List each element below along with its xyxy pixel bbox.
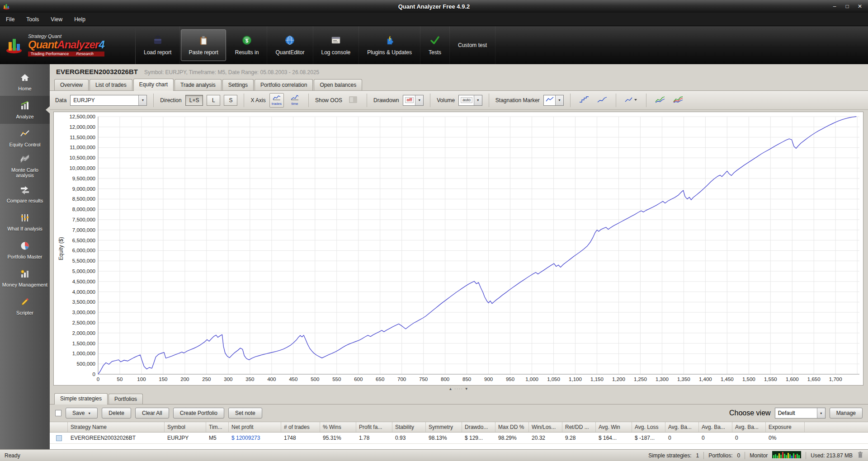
sidebar-item-money-management[interactable]: Money Management xyxy=(0,264,50,292)
equity-style-button[interactable] xyxy=(577,93,591,108)
maximize-button[interactable]: □ xyxy=(841,2,854,11)
load-report-button[interactable]: Load report xyxy=(136,26,180,64)
column-header[interactable]: Stability xyxy=(392,422,426,432)
results-in-button[interactable]: $ Results in xyxy=(227,26,268,64)
column-header[interactable]: Drawdo... xyxy=(462,422,495,432)
quanteditor-button[interactable]: QuantEditor xyxy=(267,26,313,64)
chevron-down-icon: ▼ xyxy=(88,412,91,415)
drawdown-select[interactable]: off ▼ xyxy=(403,95,424,106)
tab-portfolios[interactable]: Portfolios xyxy=(108,394,143,404)
tab-open-balances[interactable]: Open balances xyxy=(314,79,362,90)
column-header[interactable]: % Wins xyxy=(320,422,356,432)
cell-avg-bars-1: 0 xyxy=(665,433,699,443)
direction-ls-toggle[interactable]: L+S xyxy=(185,95,203,106)
svg-text:900: 900 xyxy=(484,376,493,382)
all-lines-button[interactable] xyxy=(671,93,685,108)
sidebar-item-compare-results[interactable]: Compare results xyxy=(0,180,50,208)
status-right: Simple strategies: 1 Portfolios: 0 Monit… xyxy=(648,451,863,460)
cell-strategy-name: EVERGREEN20032026BT xyxy=(68,433,165,443)
log-console-button[interactable]: Log console xyxy=(313,26,359,64)
equity-chart[interactable]: 0500,0001,000,0001,500,0002,000,0002,500… xyxy=(53,112,863,386)
header-checkbox-column xyxy=(50,422,68,432)
column-header[interactable]: Symbol xyxy=(165,422,206,432)
direction-l-toggle[interactable]: L xyxy=(207,95,220,106)
scripter-pencil-icon xyxy=(19,296,30,308)
sidebar-item-equity-control[interactable]: Equity Control xyxy=(0,124,50,152)
minimize-button[interactable]: – xyxy=(828,2,841,11)
column-header[interactable]: Tim... xyxy=(206,422,229,432)
tab-trade-analysis[interactable]: Trade analysis xyxy=(175,79,222,90)
paste-report-label: Paste report xyxy=(189,49,218,56)
sidebar-item-home[interactable]: Home xyxy=(0,68,50,96)
load-report-label: Load report xyxy=(144,49,171,56)
column-header[interactable]: Exposure xyxy=(766,422,805,432)
paste-report-button[interactable]: Paste report xyxy=(181,29,226,61)
column-header[interactable]: Symmetry xyxy=(426,422,462,432)
column-header[interactable]: Avg. Loss xyxy=(632,422,665,432)
volume-select[interactable]: auto ▼ xyxy=(458,95,482,106)
tab-list-of-trades[interactable]: List of trades xyxy=(90,79,132,90)
simple-strategies-count-label: Simple strategies: xyxy=(648,452,691,459)
column-header[interactable]: Avg. Win xyxy=(596,422,632,432)
column-header[interactable]: Net profit xyxy=(229,422,281,432)
menu-view[interactable]: View xyxy=(45,13,68,26)
xaxis-trades-button[interactable]: trades xyxy=(269,93,284,108)
save-button[interactable]: Save▼ xyxy=(66,408,98,419)
column-header[interactable]: Avg. Ba... xyxy=(699,422,732,432)
xaxis-time-button[interactable]: time xyxy=(288,93,302,108)
compare-lines-button[interactable] xyxy=(653,93,667,108)
trash-icon[interactable] xyxy=(857,451,863,460)
column-header[interactable]: Avg. Ba... xyxy=(732,422,766,432)
monitor-graph[interactable] xyxy=(772,451,801,460)
tab-overview[interactable]: Overview xyxy=(54,79,89,90)
sidebar-item-what-if[interactable]: What If analysis xyxy=(0,208,50,236)
cell-stability: 0.93 xyxy=(392,433,426,443)
stagnation-marker-select[interactable]: ▼ xyxy=(543,95,564,106)
manage-button[interactable]: Manage xyxy=(830,408,863,419)
show-oos-toggle[interactable] xyxy=(346,93,360,108)
tab-portfolio-correlation[interactable]: Portfolio correlation xyxy=(255,79,313,90)
close-button[interactable]: ✕ xyxy=(854,2,866,11)
view-select[interactable]: Default ▼ xyxy=(775,408,826,419)
clear-all-button[interactable]: Clear All xyxy=(135,408,169,419)
report-header: EVERGREEN20032026BT Symbol: EURJPY, Time… xyxy=(50,64,868,77)
sidebar-item-portfolio-master[interactable]: Portfolio Master xyxy=(0,236,50,264)
balance-style-button[interactable] xyxy=(595,93,609,108)
column-header[interactable]: Strategy Name xyxy=(68,422,165,432)
create-portfolio-button[interactable]: Create Portfolio xyxy=(173,408,224,419)
column-header[interactable]: Avg. Ba... xyxy=(665,422,699,432)
column-header[interactable]: Ret/DD ... xyxy=(562,422,596,432)
svg-text:450: 450 xyxy=(289,376,297,382)
choose-view-label: Choose view xyxy=(729,409,771,417)
column-header[interactable]: Max DD % xyxy=(495,422,529,432)
column-header[interactable]: Win/Los... xyxy=(529,422,562,432)
column-header[interactable]: Profit fa... xyxy=(356,422,392,432)
column-header[interactable]: # of trades xyxy=(281,422,320,432)
tab-simple-strategies[interactable]: Simple strategies xyxy=(54,393,108,405)
tab-settings[interactable]: Settings xyxy=(222,79,254,90)
splitter-handle[interactable]: ▲ · · · · ▼ xyxy=(53,386,863,392)
indicator-dropdown[interactable] xyxy=(623,93,640,108)
menu-file[interactable]: File xyxy=(0,13,20,26)
menu-tools[interactable]: Tools xyxy=(20,13,45,26)
delete-button[interactable]: Delete xyxy=(102,408,131,419)
sidebar-item-scripter[interactable]: Scripter xyxy=(0,292,50,320)
set-note-button[interactable]: Set note xyxy=(228,408,262,419)
strategies-table: Strategy Name Symbol Tim... Net profit #… xyxy=(50,422,868,449)
tests-button[interactable]: Tests xyxy=(420,26,450,64)
data-select[interactable]: EURJPY ▼ xyxy=(70,95,147,106)
table-row[interactable]: EVERGREEN20032026BT EURJPY M5 $ 12009273… xyxy=(50,433,868,444)
brand-number: 4 xyxy=(99,38,104,51)
sidebar-item-analyze[interactable]: Analyze xyxy=(0,96,50,124)
svg-text:10,000,000: 10,000,000 xyxy=(69,165,95,171)
svg-text:150: 150 xyxy=(159,376,167,382)
custom-test-button[interactable]: Custom test xyxy=(450,26,495,64)
plugins-updates-button[interactable]: Plugins & Updates xyxy=(359,26,420,64)
select-all-checkbox[interactable] xyxy=(55,410,61,416)
tab-equity-chart[interactable]: Equity chart xyxy=(133,79,174,91)
direction-s-toggle[interactable]: S xyxy=(224,95,237,106)
app-icon[interactable] xyxy=(3,3,10,10)
sidebar-item-monte-carlo[interactable]: Monte Carlo analysis xyxy=(0,152,50,180)
menu-help[interactable]: Help xyxy=(68,13,91,26)
row-checkbox[interactable] xyxy=(56,435,62,441)
